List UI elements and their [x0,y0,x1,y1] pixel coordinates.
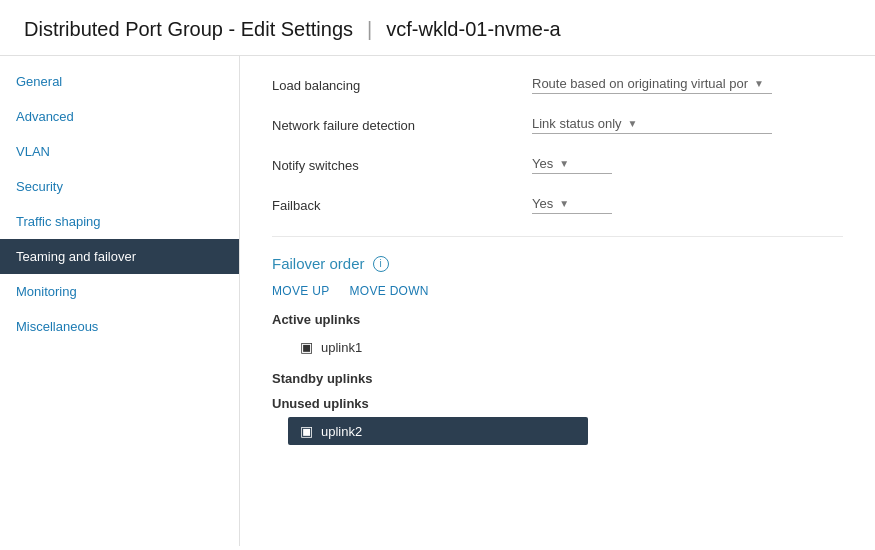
network-failure-label: Network failure detection [272,118,532,133]
chevron-down-icon: ▼ [754,78,764,89]
chevron-down-icon: ▼ [628,118,638,129]
uplink-icon: ▣ [300,423,313,439]
sidebar-item-advanced[interactable]: Advanced [0,99,239,134]
content-area: Load balancing Route based on originatin… [240,56,875,546]
page-title: Distributed Port Group - Edit Settings [24,18,353,41]
uplink-icon: ▣ [300,339,313,355]
load-balancing-dropdown[interactable]: Route based on originating virtual por ▼ [532,76,772,94]
sidebar-item-vlan[interactable]: VLAN [0,134,239,169]
header-subtitle: vcf-wkld-01-nvme-a [386,18,560,41]
network-failure-value: Link status only ▼ [532,116,772,134]
sidebar-item-general[interactable]: General [0,64,239,99]
notify-switches-dropdown[interactable]: Yes ▼ [532,156,612,174]
uplink-item-uplink2[interactable]: ▣ uplink2 [288,417,588,445]
sidebar-item-security[interactable]: Security [0,169,239,204]
uplink-item-uplink1[interactable]: ▣ uplink1 [288,333,843,361]
failover-order-header: Failover order i [272,255,843,272]
chevron-down-icon: ▼ [559,158,569,169]
info-icon[interactable]: i [373,256,389,272]
unused-uplinks-label: Unused uplinks [272,396,843,411]
sidebar-item-teaming-failover[interactable]: Teaming and failover [0,239,239,274]
chevron-down-icon: ▼ [559,198,569,209]
failback-label: Failback [272,198,532,213]
page-header: Distributed Port Group - Edit Settings |… [0,0,875,56]
sidebar: General Advanced VLAN Security Traffic s… [0,56,240,546]
failover-actions: MOVE UP MOVE DOWN [272,284,843,298]
notify-switches-label: Notify switches [272,158,532,173]
standby-uplinks-group: Standby uplinks [272,371,843,386]
active-uplinks-group: Active uplinks ▣ uplink1 [272,312,843,361]
notify-switches-value: Yes ▼ [532,156,612,174]
standby-uplinks-label: Standby uplinks [272,371,843,386]
failback-dropdown[interactable]: Yes ▼ [532,196,612,214]
load-balancing-row: Load balancing Route based on originatin… [272,76,843,94]
notify-switches-row: Notify switches Yes ▼ [272,156,843,174]
failover-order-title: Failover order [272,255,365,272]
unused-uplinks-group: Unused uplinks ▣ uplink2 [272,396,843,445]
header-divider: | [367,18,372,41]
move-down-button[interactable]: MOVE DOWN [349,284,428,298]
load-balancing-value: Route based on originating virtual por ▼ [532,76,772,94]
active-uplinks-label: Active uplinks [272,312,843,327]
section-divider [272,236,843,237]
network-failure-dropdown[interactable]: Link status only ▼ [532,116,772,134]
sidebar-item-traffic-shaping[interactable]: Traffic shaping [0,204,239,239]
network-failure-row: Network failure detection Link status on… [272,116,843,134]
failback-value: Yes ▼ [532,196,612,214]
load-balancing-label: Load balancing [272,78,532,93]
move-up-button[interactable]: MOVE UP [272,284,329,298]
sidebar-item-monitoring[interactable]: Monitoring [0,274,239,309]
sidebar-item-miscellaneous[interactable]: Miscellaneous [0,309,239,344]
main-layout: General Advanced VLAN Security Traffic s… [0,56,875,546]
failback-row: Failback Yes ▼ [272,196,843,214]
